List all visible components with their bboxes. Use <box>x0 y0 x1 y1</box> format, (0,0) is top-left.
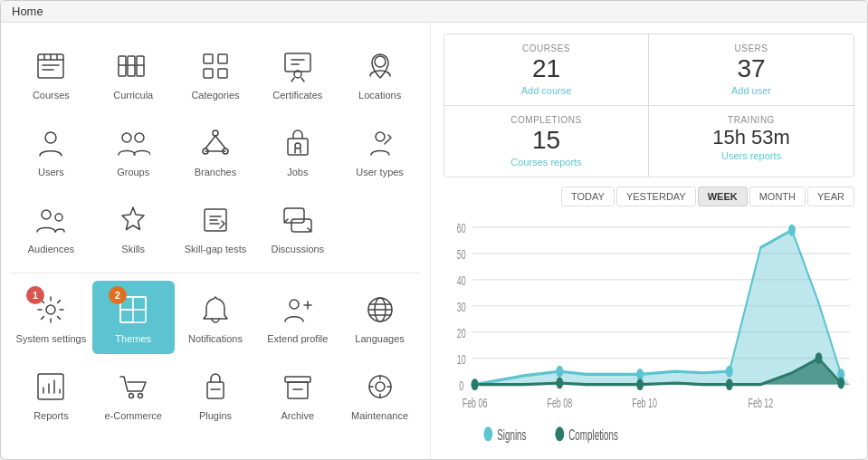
nav-item-extend-profile[interactable]: Extend profile <box>256 281 339 354</box>
nav-item-jobs[interactable]: Jobs <box>256 114 339 187</box>
svg-text:40: 40 <box>457 273 466 289</box>
users-stat-label: USERS <box>663 43 839 53</box>
users-label: Users <box>38 167 64 178</box>
window-title: Home <box>12 5 43 18</box>
archive-label: Archive <box>281 410 314 422</box>
nav-item-discussions[interactable]: Discussions <box>256 191 339 264</box>
users-reports-link[interactable]: Users reports <box>663 150 839 161</box>
training-stat-value: 15h 53m <box>663 127 839 149</box>
time-btn-year[interactable]: YEAR <box>807 187 854 206</box>
users-stat-value: 37 <box>663 55 839 83</box>
svg-point-14 <box>135 133 144 142</box>
nav-item-courses[interactable]: Courses <box>10 37 92 110</box>
nav-item-languages[interactable]: Languages <box>339 281 421 354</box>
svg-point-22 <box>295 143 300 149</box>
svg-rect-28 <box>291 219 311 232</box>
svg-text:20: 20 <box>457 325 466 340</box>
usertypes-icon <box>360 123 400 163</box>
svg-text:50: 50 <box>457 247 466 263</box>
svg-line-19 <box>215 136 225 149</box>
nav-item-skills[interactable]: Skills <box>92 191 175 264</box>
time-btn-week[interactable]: WEEK <box>698 187 748 206</box>
svg-text:60: 60 <box>457 221 466 236</box>
svg-text:10: 10 <box>457 351 466 367</box>
languages-label: Languages <box>355 333 404 345</box>
certificates-icon <box>278 46 318 86</box>
nav-item-system-settings[interactable]: 1 System settings <box>10 281 92 354</box>
courses-icon <box>31 46 71 86</box>
add-course-link[interactable]: Add course <box>459 85 634 96</box>
svg-point-23 <box>376 132 385 141</box>
svg-point-25 <box>55 214 62 221</box>
stats-grid: COURSES 21 Add course USERS 37 Add user … <box>444 34 854 177</box>
nav-item-user-types[interactable]: User types <box>339 114 421 187</box>
svg-text:30: 30 <box>457 300 466 315</box>
courses-reports-link[interactable]: Courses reports <box>459 157 634 168</box>
jobs-icon <box>278 123 318 163</box>
nav-item-categories[interactable]: Categories <box>175 37 257 110</box>
right-panel: COURSES 21 Add course USERS 37 Add user … <box>431 23 867 459</box>
nav-item-plugins[interactable]: Plugins <box>175 358 257 431</box>
nav-item-empty1 <box>339 191 421 264</box>
nav-item-branches[interactable]: Branches <box>175 114 257 187</box>
svg-point-29 <box>46 305 55 314</box>
system-settings-badge: 1 <box>26 286 44 304</box>
nav-item-users[interactable]: Users <box>10 114 92 187</box>
extend-profile-label: Extend profile <box>267 333 328 345</box>
content-area: Courses Curricula Categories <box>1 23 867 459</box>
svg-rect-5 <box>218 54 227 63</box>
title-bar: Home <box>1 1 867 23</box>
nav-item-groups[interactable]: Groups <box>92 114 175 187</box>
nav-item-reports[interactable]: Reports <box>10 358 92 431</box>
nav-item-themes[interactable]: 2 Themes <box>92 281 175 354</box>
chart-svg: 60 50 40 30 20 10 0 <box>444 216 854 448</box>
svg-point-69 <box>472 379 479 390</box>
groups-label: Groups <box>117 167 149 178</box>
nav-item-skill-gap-tests[interactable]: Skill-gap tests <box>175 191 257 264</box>
groups-icon <box>113 123 153 163</box>
curricula-label: Curricula <box>113 90 153 101</box>
svg-point-24 <box>42 210 51 219</box>
svg-text:Feb 12: Feb 12 <box>749 396 774 411</box>
svg-rect-9 <box>285 53 310 72</box>
nav-item-notifications[interactable]: Notifications <box>175 281 257 354</box>
languages-icon <box>360 290 400 330</box>
svg-point-65 <box>636 369 644 380</box>
reports-icon <box>31 367 71 407</box>
categories-label: Categories <box>191 90 239 101</box>
time-btn-month[interactable]: MONTH <box>749 187 806 206</box>
skills-icon <box>113 200 153 240</box>
svg-point-72 <box>726 379 733 390</box>
main-window: Home Courses Curricula <box>0 0 868 460</box>
categories-icon <box>196 46 235 86</box>
archive-icon <box>278 367 318 407</box>
svg-rect-6 <box>204 69 213 78</box>
svg-rect-45 <box>285 377 310 382</box>
time-btn-yesterday[interactable]: YESTERDAY <box>616 187 696 206</box>
maintenance-label: Maintenance <box>351 410 408 422</box>
add-user-link[interactable]: Add user <box>663 85 839 96</box>
svg-text:Feb 10: Feb 10 <box>632 396 657 411</box>
svg-point-81 <box>555 426 564 441</box>
nav-item-certificates[interactable]: Certificates <box>256 37 339 110</box>
nav-item-locations[interactable]: Locations <box>339 37 421 110</box>
ecommerce-label: e-Commerce <box>104 410 162 422</box>
nav-item-curricula[interactable]: Curricula <box>92 37 175 110</box>
nav-item-ecommerce[interactable]: e-Commerce <box>92 358 175 431</box>
skills-label: Skills <box>121 244 145 255</box>
themes-label: Themes <box>115 333 151 345</box>
stat-courses: COURSES 21 Add course <box>444 34 649 106</box>
curricula-icon <box>113 46 153 86</box>
stat-completions: COMPLETIONS 15 Courses reports <box>444 106 649 177</box>
nav-item-archive[interactable]: Archive <box>256 358 339 431</box>
svg-text:0: 0 <box>459 378 463 393</box>
svg-text:Feb 08: Feb 08 <box>547 396 572 411</box>
nav-item-maintenance[interactable]: Maintenance <box>339 358 421 431</box>
system-settings-label: System settings <box>16 333 87 345</box>
chart-area: 60 50 40 30 20 10 0 <box>444 216 854 448</box>
audiences-label: Audiences <box>28 244 74 255</box>
nav-item-audiences[interactable]: Audiences <box>10 191 92 264</box>
left-panel: Courses Curricula Categories <box>1 23 431 459</box>
time-btn-today[interactable]: TODAY <box>561 187 615 206</box>
svg-point-15 <box>213 130 218 136</box>
